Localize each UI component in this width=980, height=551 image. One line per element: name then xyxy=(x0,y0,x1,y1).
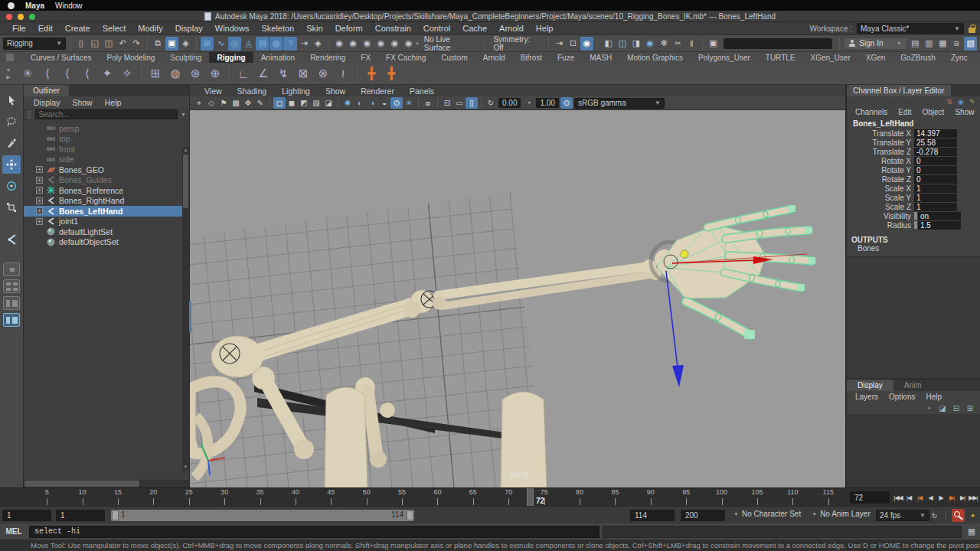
lasso-select-tool-icon[interactable] xyxy=(2,112,21,131)
add-influence-icon[interactable] xyxy=(382,64,400,83)
playback-end-field[interactable]: 114 xyxy=(630,510,675,521)
outliner-search-options-icon[interactable]: ▼ xyxy=(181,112,186,117)
command-result-field[interactable] xyxy=(603,526,962,538)
macos-app-menu[interactable]: Maya xyxy=(25,2,44,10)
shelf-tab[interactable]: Rigging xyxy=(209,52,253,63)
new-layer-from-selected-icon[interactable] xyxy=(965,403,975,413)
layer-editor-menu-item[interactable]: Help xyxy=(920,393,947,401)
select-hierarchy-icon[interactable] xyxy=(152,37,165,51)
macos-window-menu[interactable]: Window xyxy=(55,2,83,10)
select-camera-icon[interactable] xyxy=(193,97,205,109)
select-tool-icon[interactable] xyxy=(2,91,21,109)
step-back-frame-button[interactable] xyxy=(903,491,914,504)
gamma-icon[interactable] xyxy=(522,97,534,109)
apple-menu-icon[interactable] xyxy=(8,2,15,9)
channel-box-tab[interactable]: Channel Box / Layer Editor xyxy=(847,85,951,96)
channel-row[interactable]: Translate X 14.397 xyxy=(847,129,980,138)
outliner-menu-item[interactable]: Show xyxy=(67,98,97,107)
channel-box-hyperbolic-icon[interactable] xyxy=(968,97,977,106)
menu-item[interactable]: Cache xyxy=(456,23,493,34)
layer-editor-menu-item[interactable]: Layers xyxy=(850,393,884,401)
2d-pan-zoom-icon[interactable] xyxy=(242,97,254,109)
shelf-tab[interactable]: FX xyxy=(353,52,378,63)
shelf-tab[interactable]: Zync xyxy=(943,52,975,63)
outliner-item-top[interactable]: top xyxy=(24,134,189,145)
new-layer-move-icon[interactable] xyxy=(937,403,948,413)
outliner-item-bones-righthand[interactable]: + Bones_RightHand xyxy=(24,196,189,207)
shelf-tab[interactable]: Rendering xyxy=(302,52,353,63)
outliner-item-front[interactable]: front xyxy=(24,144,189,155)
viewport-menu-item[interactable]: Lighting xyxy=(275,86,317,96)
channel-box-manipulator-icon[interactable] xyxy=(945,97,954,106)
snap-to-view-plane-icon[interactable] xyxy=(256,37,269,51)
menu-item[interactable]: Windows xyxy=(209,23,256,34)
channel-box-menu-item[interactable]: Show xyxy=(949,108,979,116)
channel-row[interactable]: Visibility on xyxy=(847,211,980,220)
select-object-icon[interactable] xyxy=(165,37,178,51)
blendshape-icon[interactable] xyxy=(294,64,312,83)
expand-icon[interactable]: + xyxy=(36,197,43,204)
live-surface-label[interactable]: No Live Surface xyxy=(420,35,481,52)
shrinkwrap-deformer-icon[interactable] xyxy=(206,64,224,83)
open-scene-icon[interactable] xyxy=(88,37,101,51)
range-end-handle[interactable] xyxy=(407,510,413,520)
snap-together-icon[interactable] xyxy=(283,37,296,51)
shelf-tab[interactable]: Arnold xyxy=(475,52,513,63)
ipr-render-icon[interactable] xyxy=(629,37,642,51)
channel-box-toggle-icon[interactable] xyxy=(936,37,949,51)
view-transform-dropdown[interactable]: sRGB gamma▼ xyxy=(574,98,665,109)
exposure-icon[interactable] xyxy=(485,97,497,109)
current-frame-marker[interactable] xyxy=(527,488,534,506)
shelf-tab[interactable]: XGen xyxy=(858,52,893,63)
outliner-menu-item[interactable]: Display xyxy=(28,98,65,107)
menu-item[interactable]: Modify xyxy=(132,23,168,34)
expand-icon[interactable]: + xyxy=(36,166,43,173)
channel-value-field[interactable]: on xyxy=(918,212,961,220)
tool-settings-toggle-icon[interactable] xyxy=(923,37,936,51)
render-settings-icon[interactable] xyxy=(658,37,671,51)
shaded-mode-icon[interactable] xyxy=(286,97,298,109)
channel-value-field[interactable]: 1 xyxy=(914,184,957,193)
playback-start-field[interactable]: 1 xyxy=(56,510,105,521)
scale-tool-icon[interactable] xyxy=(2,198,21,217)
shelf-tab[interactable]: Motion Graphics xyxy=(619,52,691,63)
range-start-handle[interactable] xyxy=(112,510,119,520)
viewport-menu-item[interactable]: Renderer xyxy=(354,86,401,96)
field-chart-icon[interactable] xyxy=(441,97,453,109)
snap-to-grid-icon[interactable] xyxy=(201,37,214,51)
menu-item[interactable]: Constrain xyxy=(369,23,417,34)
viewport-menu-item[interactable]: View xyxy=(198,86,229,96)
animation-preferences-icon[interactable] xyxy=(967,510,978,521)
shelf-tab[interactable]: Curves / Surfaces xyxy=(23,52,99,63)
snap-to-curve-icon[interactable] xyxy=(214,37,227,51)
outliner-item-side[interactable]: side xyxy=(24,155,189,165)
lattice-deformer-icon[interactable] xyxy=(146,64,165,83)
viewport-menu-item[interactable]: Panels xyxy=(403,86,441,96)
redo-icon[interactable] xyxy=(130,37,143,51)
channel-box-menu-item[interactable]: Channels xyxy=(850,108,893,116)
textured-mode-icon[interactable] xyxy=(310,97,322,109)
new-empty-layer-icon[interactable] xyxy=(951,403,962,413)
lock-camera-icon[interactable] xyxy=(205,97,217,109)
shelf-tab[interactable]: Poly Modeling xyxy=(99,52,162,63)
channel-row[interactable]: Radius 1.5 xyxy=(847,220,980,230)
sculpt-deformer-icon[interactable] xyxy=(166,64,185,83)
shelf-tab[interactable]: Custom xyxy=(433,52,475,63)
select-component-icon[interactable] xyxy=(179,37,192,51)
pose-interpolator-icon[interactable] xyxy=(314,64,332,83)
expand-icon[interactable]: + xyxy=(36,218,43,225)
channel-row[interactable]: Translate Z -0.278 xyxy=(847,147,980,156)
wireframe-mode-icon[interactable] xyxy=(273,97,286,109)
color-management-icon[interactable] xyxy=(560,97,573,109)
menu-item[interactable]: Skin xyxy=(300,23,328,34)
outliner-toggle-icon[interactable] xyxy=(964,37,977,51)
shelf-tab[interactable]: GoZBrush xyxy=(893,52,943,63)
script-editor-icon[interactable] xyxy=(965,525,978,538)
outliner-vertical-scrollbar[interactable]: ▲ ▼ xyxy=(182,147,189,471)
show-history-icon[interactable] xyxy=(580,37,593,51)
layout-four-pane-button[interactable] xyxy=(3,279,20,293)
channel-box-speed-icon[interactable] xyxy=(956,97,965,106)
layer-editor-tab[interactable]: Anim xyxy=(893,380,933,391)
channel-value-field[interactable]: 0 xyxy=(914,157,957,165)
modeling-toolkit-toggle-icon[interactable] xyxy=(950,37,963,51)
